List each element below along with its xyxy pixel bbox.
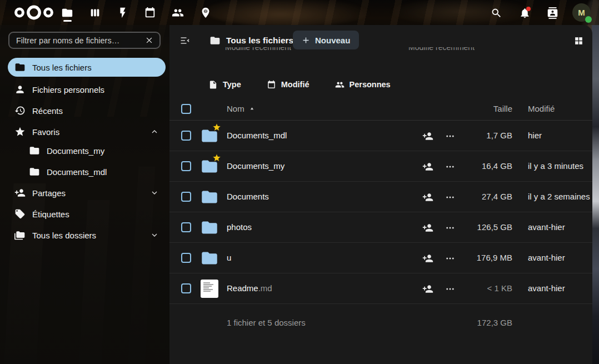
- filter-chip-type[interactable]: Type: [204, 77, 246, 92]
- maps-app-icon[interactable]: [196, 3, 215, 22]
- sort-ascending-icon: [249, 106, 255, 112]
- table-row[interactable]: u 176,9 MB avant-hier: [169, 243, 592, 273]
- notifications-icon[interactable]: [515, 3, 534, 22]
- sidebar-item-all-files[interactable]: Tous les fichiers: [8, 58, 166, 77]
- table-row[interactable]: Documents_mdl 1,7 GB hier: [169, 121, 592, 151]
- people-icon: [335, 80, 345, 89]
- share-icon[interactable]: [421, 190, 435, 205]
- nextcloud-logo[interactable]: [13, 4, 54, 21]
- table-row[interactable]: Readme.md < 1 KB avant-hier: [169, 273, 592, 304]
- sidebar-item-label: Tous les fichiers: [32, 63, 92, 72]
- chevron-down-icon[interactable]: [149, 230, 160, 241]
- table-row[interactable]: Documents_my 16,4 GB il y a 3 minutes: [169, 151, 592, 182]
- file-size: 27,4 GB: [446, 192, 512, 201]
- sidebar-item-label: Documents_my: [47, 146, 104, 156]
- plus-icon: [302, 36, 310, 44]
- table-row[interactable]: photos 126,5 GB avant-hier: [169, 212, 592, 243]
- sidebar-item-documents-mdl[interactable]: Documents_mdl: [8, 163, 166, 181]
- share-icon[interactable]: [421, 221, 435, 235]
- share-icon[interactable]: [421, 251, 435, 266]
- avatar[interactable]: M: [572, 3, 591, 22]
- file-name: Documents: [227, 192, 269, 201]
- select-all-checkbox[interactable]: [181, 104, 191, 114]
- sidebar-item-label: Récents: [32, 106, 63, 116]
- sidebar-item-label: Fichiers personnels: [32, 85, 104, 94]
- row-checkbox[interactable]: [181, 192, 191, 202]
- sidebar-item-favorites[interactable]: Favoris: [8, 122, 166, 142]
- star-icon: [14, 126, 26, 137]
- sidebar-item-label: Documents_mdl: [47, 167, 107, 177]
- file-modified: avant-hier: [528, 253, 565, 262]
- contacts-app-icon[interactable]: [168, 3, 187, 22]
- sidebar-item-label: Tous les dossiers: [32, 231, 96, 240]
- filter-chip-label: Type: [223, 80, 241, 89]
- folder-icon: [209, 35, 221, 46]
- file-name: Readme.md: [227, 283, 272, 293]
- file-modified: il y a 2 semaines: [528, 192, 590, 201]
- file-name: photos: [227, 222, 252, 232]
- folder-icon: [200, 249, 219, 267]
- new-button-label: Nouveau: [315, 36, 350, 45]
- row-checkbox[interactable]: [181, 131, 191, 141]
- files-app-icon[interactable]: [58, 3, 77, 22]
- folder-icon: [200, 157, 219, 176]
- file-modified: avant-hier: [528, 283, 565, 293]
- favorite-star-icon: [212, 153, 222, 163]
- contacts-menu-icon[interactable]: [543, 3, 562, 22]
- breadcrumb[interactable]: Tous les fichiers: [209, 33, 293, 48]
- row-checkbox[interactable]: [181, 222, 191, 232]
- text-file-thumbnail: [201, 280, 218, 298]
- sidebar-item-label: Favoris: [32, 127, 59, 137]
- activity-app-icon[interactable]: [113, 3, 132, 22]
- folder-icon: [29, 145, 40, 156]
- calendar-app-icon[interactable]: [141, 3, 159, 22]
- deck-app-icon[interactable]: [86, 3, 104, 22]
- active-app-indicator: [63, 20, 72, 22]
- file-size: 176,9 MB: [446, 253, 512, 262]
- history-icon: [14, 105, 26, 116]
- folder-icon: [29, 166, 40, 177]
- files-content-panel: Tous les fichiers Nouveau Modifié récemm…: [169, 25, 592, 364]
- share-icon[interactable]: [421, 282, 435, 296]
- file-size: < 1 KB: [446, 283, 512, 293]
- grid-view-toggle-icon[interactable]: [570, 32, 587, 49]
- share-icon[interactable]: [421, 129, 435, 143]
- column-header-modified[interactable]: Modifié: [528, 104, 555, 113]
- new-button[interactable]: Nouveau: [293, 31, 359, 49]
- sidebar-item-documents-my[interactable]: Documents_my: [8, 142, 166, 159]
- sidebar-item-tags[interactable]: Étiquettes: [8, 204, 166, 224]
- share-icon[interactable]: [421, 159, 435, 174]
- filter-box: [8, 32, 161, 49]
- files-sidebar: Tous les fichiers Fichiers personnels Ré…: [0, 25, 169, 364]
- column-header-name[interactable]: Nom: [227, 104, 255, 113]
- calendar-icon: [267, 80, 276, 89]
- tag-icon: [14, 208, 26, 220]
- folder-icon: [200, 218, 219, 237]
- column-header-size[interactable]: Taille: [446, 104, 512, 113]
- sidebar-item-personal-files[interactable]: Fichiers personnels: [8, 79, 166, 99]
- sidebar-item-label: Partages: [32, 188, 66, 198]
- filter-chip-people[interactable]: Personnes: [331, 77, 395, 92]
- collapse-sidebar-icon[interactable]: [177, 33, 193, 48]
- clear-filter-icon[interactable]: [143, 34, 155, 47]
- filter-chip-modified[interactable]: Modifié: [262, 77, 314, 92]
- avatar-initial: M: [578, 8, 585, 17]
- file-modified: il y a 3 minutes: [528, 161, 583, 171]
- row-checkbox[interactable]: [181, 253, 191, 263]
- filter-chips-row: Type Modifié Personnes: [204, 75, 395, 94]
- search-icon[interactable]: [487, 3, 506, 22]
- chevron-down-icon[interactable]: [149, 187, 160, 198]
- table-row[interactable]: Documents 27,4 GB il y a 2 semaines: [169, 182, 592, 212]
- filter-input[interactable]: [16, 36, 143, 45]
- folder-icon: [200, 188, 219, 206]
- sidebar-item-recent[interactable]: Récents: [8, 101, 166, 121]
- row-checkbox[interactable]: [181, 283, 191, 293]
- sidebar-item-shares[interactable]: Partages: [8, 183, 166, 203]
- row-checkbox[interactable]: [181, 161, 191, 171]
- sidebar-item-all-folders[interactable]: Tous les dossiers: [8, 225, 166, 245]
- notification-badge: [526, 7, 531, 11]
- chevron-up-icon[interactable]: [149, 126, 160, 137]
- file-icon: [208, 80, 218, 89]
- folders-icon: [14, 230, 26, 241]
- file-name: u: [227, 253, 231, 262]
